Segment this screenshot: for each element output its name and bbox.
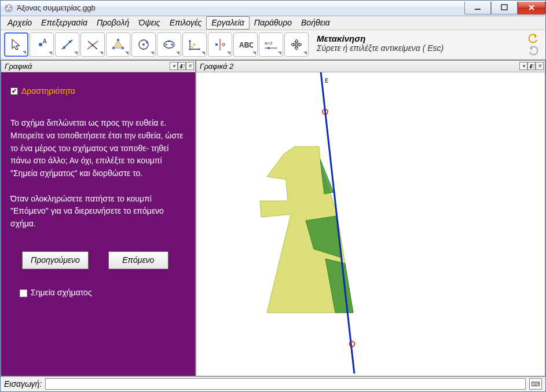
input-help-icon[interactable]: ⌨ <box>529 378 542 390</box>
tool-polygon[interactable] <box>106 32 130 57</box>
tool-hint-title: Μετακίνηση <box>317 34 516 43</box>
minimize-button[interactable] <box>464 2 491 14</box>
activity-checkbox[interactable] <box>10 87 18 95</box>
chevron-down-icon <box>125 52 129 55</box>
menubar: Αρχείο Επεξεργασία Προβολή Όψεις Επιλογέ… <box>1 16 545 30</box>
chevron-down-icon <box>74 52 78 55</box>
input-field[interactable] <box>45 378 526 390</box>
activity-text-2: Όταν ολοκληρώσετε πατήστε το κουμπί "Επό… <box>10 193 186 230</box>
svg-point-22 <box>165 43 167 46</box>
shape-points-row[interactable]: Σημεία σχήματος <box>10 287 186 299</box>
panel-title-right: Γραφικά 2 <box>200 62 233 71</box>
activity-panel: Δραστηριότητα Το σχήμα διπλώνεται ως προ… <box>1 72 195 376</box>
titlebar: Άξονας συμμετρίας.ggb <box>1 1 545 16</box>
svg-point-3 <box>8 9 10 10</box>
tool-text[interactable]: ABC <box>233 32 258 57</box>
svg-rect-5 <box>501 5 507 10</box>
redo-icon[interactable] <box>528 45 538 56</box>
graphics-svg[interactable]: ε <box>196 72 544 373</box>
svg-point-1 <box>6 6 8 8</box>
tool-circle[interactable] <box>131 32 156 57</box>
tool-pointer[interactable] <box>4 32 28 57</box>
main-area: Γραφικά ▾ ◧ ✕ Δραστηριότητα Το σχήμα διπ… <box>1 60 545 376</box>
window-title: Άξονας συμμετρίας.ggb <box>17 3 96 12</box>
activity-checkbox-row[interactable]: Δραστηριότητα <box>10 85 186 98</box>
menu-file[interactable]: Αρχείο <box>3 16 36 30</box>
tool-point[interactable]: A <box>30 32 54 57</box>
svg-rect-4 <box>475 9 481 10</box>
close-button[interactable] <box>518 2 545 14</box>
menu-perspectives[interactable]: Όψεις <box>134 16 164 30</box>
panel-undock-icon[interactable]: ◧ <box>178 62 186 70</box>
window-buttons <box>464 2 545 14</box>
chevron-down-icon <box>151 52 154 55</box>
tool-angle[interactable]: α <box>182 32 207 57</box>
panel-header-left: Γραφικά ▾ ◧ ✕ <box>1 61 195 72</box>
panel-title-left: Γραφικά <box>5 62 32 71</box>
panel-undock-icon[interactable]: ◧ <box>527 62 536 70</box>
svg-point-24 <box>168 40 170 42</box>
chevron-down-icon <box>278 52 281 55</box>
panel-close-icon[interactable]: ✕ <box>186 62 194 70</box>
prev-button[interactable]: Προηγούμενο <box>22 251 89 270</box>
menu-edit[interactable]: Επεξεργασία <box>36 16 92 30</box>
menu-options[interactable]: Επιλογές <box>165 16 207 30</box>
chevron-down-icon <box>227 52 230 55</box>
panel-graphics-2: Γραφικά 2 ▾ ◧ ✕ ε <box>196 60 545 376</box>
graphics-canvas[interactable]: ε <box>196 72 545 376</box>
shape-points-checkbox[interactable] <box>20 290 27 297</box>
tool-reflect[interactable] <box>208 32 232 57</box>
svg-point-30 <box>215 43 218 45</box>
tool-hint: Μετακίνηση Σύρετε ή επιλέξτε αντικείμενα… <box>310 32 523 57</box>
svg-point-17 <box>112 47 115 49</box>
svg-point-6 <box>39 43 42 46</box>
titlebar-left: Άξονας συμμετρίας.ggb <box>4 3 96 13</box>
undo-icon[interactable] <box>528 33 538 43</box>
app-window: Άξονας συμμετρίας.ggb Αρχείο Επεξεργασία… <box>0 0 546 392</box>
panel-menu-icon[interactable]: ▾ <box>519 62 527 70</box>
menu-tools[interactable]: Εργαλεία <box>206 16 249 30</box>
chevron-down-icon <box>252 52 256 55</box>
svg-text:α: α <box>193 42 196 47</box>
svg-point-27 <box>189 48 191 50</box>
chevron-down-icon <box>23 51 26 54</box>
chevron-down-icon <box>176 52 179 55</box>
chevron-down-icon <box>303 52 307 55</box>
menu-view[interactable]: Προβολή <box>92 16 134 30</box>
tool-ellipse[interactable] <box>157 32 181 57</box>
activity-checkbox-label: Δραστηριότητα <box>21 85 75 98</box>
tool-perpendicular[interactable] <box>80 32 105 57</box>
activity-buttons: Προηγούμενο Επόμενο <box>10 251 186 270</box>
panel-close-icon[interactable]: ✕ <box>536 62 544 70</box>
svg-text:ABC: ABC <box>239 41 253 49</box>
svg-point-9 <box>63 46 65 48</box>
toolbar: A α ABC <box>1 30 545 60</box>
svg-point-10 <box>69 40 71 42</box>
svg-point-23 <box>171 43 173 46</box>
svg-text:a=2: a=2 <box>265 41 273 46</box>
toolbar-right <box>525 32 542 57</box>
shape-points-label: Σημεία σχήματος <box>31 287 92 299</box>
panel-graphics-1: Γραφικά ▾ ◧ ✕ Δραστηριότητα Το σχήμα διπ… <box>1 60 196 376</box>
next-button[interactable]: Επόμενο <box>108 251 168 270</box>
svg-point-28 <box>198 48 200 50</box>
svg-point-19 <box>142 43 145 46</box>
maximize-button[interactable] <box>491 2 518 14</box>
svg-point-31 <box>222 43 225 45</box>
menu-window[interactable]: Παράθυρο <box>250 16 296 30</box>
panel-menu-icon[interactable]: ▾ <box>170 62 178 70</box>
svg-point-16 <box>122 47 124 49</box>
svg-marker-14 <box>113 40 123 48</box>
tool-line[interactable] <box>55 32 79 57</box>
svg-point-15 <box>117 39 119 41</box>
menu-help[interactable]: Βοήθεια <box>296 16 335 30</box>
tool-slider[interactable]: a=2 <box>259 32 283 57</box>
chevron-down-icon <box>201 52 205 55</box>
tool-hint-sub: Σύρετε ή επιλέξτε αντικείμενα ( Esc) <box>317 43 516 53</box>
svg-point-20 <box>146 41 148 43</box>
tool-move-view[interactable] <box>284 32 309 57</box>
chevron-down-icon <box>49 52 52 55</box>
input-bar: Εισαγωγή: ⌨ <box>1 376 545 392</box>
svg-point-2 <box>10 6 12 8</box>
svg-point-26 <box>189 40 191 42</box>
